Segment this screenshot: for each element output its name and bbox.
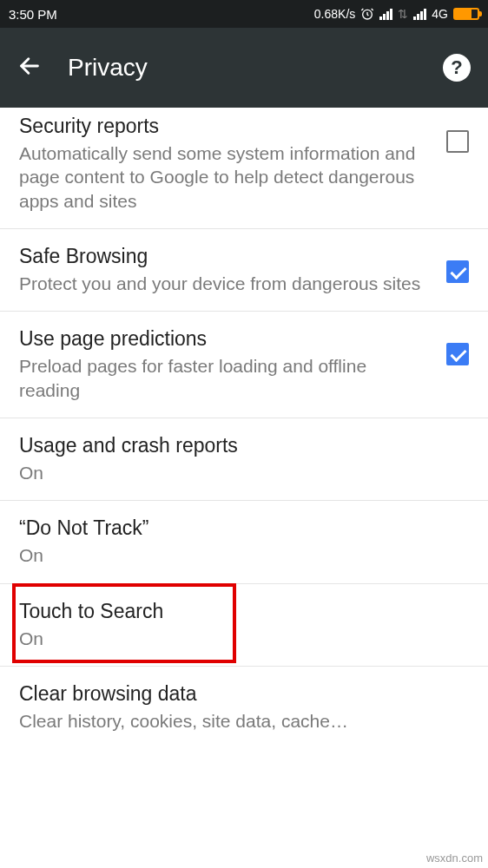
setting-title: Clear browsing data bbox=[19, 681, 469, 707]
setting-sub: Protect you and your device from dangero… bbox=[19, 272, 431, 295]
setting-do-not-track[interactable]: “Do Not Track” On bbox=[0, 501, 488, 583]
setting-page-predictions[interactable]: Use page predictions Preload pages for f… bbox=[0, 312, 488, 418]
setting-title: Use page predictions bbox=[19, 326, 431, 352]
setting-title: Touch to Search bbox=[19, 598, 469, 625]
setting-sub: Automatically send some system informati… bbox=[19, 141, 431, 213]
settings-list: Security reports Automatically send some… bbox=[0, 108, 488, 748]
status-right: 0.68K/s ⇅ 4G bbox=[314, 7, 479, 21]
setting-touch-search[interactable]: Touch to Search On bbox=[0, 584, 488, 667]
alarm-icon bbox=[360, 7, 374, 21]
setting-clear-data[interactable]: Clear browsing data Clear history, cooki… bbox=[0, 667, 488, 748]
signal-icon bbox=[379, 9, 392, 20]
setting-security-reports[interactable]: Security reports Automatically send some… bbox=[0, 108, 488, 229]
setting-title: “Do Not Track” bbox=[19, 515, 469, 542]
checkbox-security-reports[interactable] bbox=[446, 130, 469, 153]
data-arrows-icon: ⇅ bbox=[398, 7, 408, 21]
signal-icon-2 bbox=[413, 9, 426, 20]
setting-usage-crash[interactable]: Usage and crash reports On bbox=[0, 418, 488, 501]
checkbox-safe-browsing[interactable] bbox=[446, 260, 469, 283]
setting-title: Usage and crash reports bbox=[19, 432, 469, 459]
status-time: 3:50 PM bbox=[9, 7, 314, 22]
network-label: 4G bbox=[432, 7, 448, 21]
battery-icon bbox=[453, 8, 479, 20]
help-icon[interactable]: ? bbox=[443, 54, 471, 82]
setting-sub: Preload pages for faster loading and off… bbox=[19, 354, 431, 402]
setting-title: Security reports bbox=[19, 113, 431, 140]
setting-sub: On bbox=[19, 627, 469, 650]
back-arrow-icon[interactable] bbox=[17, 54, 42, 82]
checkbox-page-predictions[interactable] bbox=[446, 343, 469, 365]
setting-safe-browsing[interactable]: Safe Browsing Protect you and your devic… bbox=[0, 229, 488, 312]
page-title: Privacy bbox=[68, 54, 417, 82]
setting-sub: Clear history, cookies, site data, cache… bbox=[19, 709, 469, 733]
status-speed: 0.68K/s bbox=[314, 7, 355, 21]
watermark: wsxdn.com bbox=[426, 852, 483, 865]
setting-title: Safe Browsing bbox=[19, 243, 431, 270]
setting-sub: On bbox=[19, 543, 469, 567]
setting-sub: On bbox=[19, 461, 469, 484]
app-bar: Privacy ? bbox=[0, 28, 488, 108]
status-bar: 3:50 PM 0.68K/s ⇅ 4G bbox=[0, 0, 488, 28]
